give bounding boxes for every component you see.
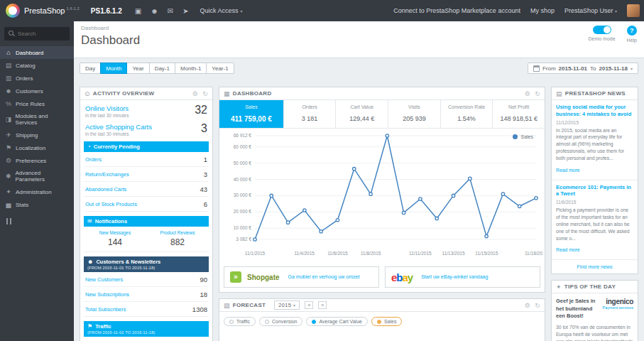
book-icon: ▤	[5, 62, 12, 69]
range-button-year[interactable]: Year	[126, 63, 149, 74]
ingenico-logo-subtext: Payment services	[603, 305, 633, 310]
kpi-cart-value[interactable]: Cart Value129,44 €	[336, 100, 388, 128]
sidebar-item-stats[interactable]: ▅Stats	[0, 198, 74, 211]
cart-icon[interactable]: ▣	[135, 7, 141, 15]
orders-icon: ▥	[5, 75, 12, 82]
sidebar-item-preferences[interactable]: ⚙Preferences	[0, 154, 74, 167]
forecast-option-average-cart-value[interactable]: Average Cart Value	[306, 317, 367, 326]
envelope-icon: ✉	[87, 218, 92, 224]
chart-legend[interactable]: Sales	[513, 134, 533, 139]
search-input[interactable]	[18, 31, 67, 37]
user-menu-label: PrestaShop User	[564, 7, 613, 14]
gear-icon[interactable]: ⚙	[192, 90, 198, 97]
sidebar-item-localization[interactable]: ⚑Localization	[0, 141, 74, 154]
tip-content: Geef je Sales in het buitenland een Boos…	[552, 293, 638, 341]
kpi-orders[interactable]: Orders3 181	[284, 100, 337, 128]
read-more-link[interactable]: Read more	[556, 168, 580, 173]
refresh-icon[interactable]: ↻	[535, 90, 540, 97]
stat-link[interactable]: Out of Stock Products	[85, 201, 137, 207]
sidebar-item-dashboard[interactable]: ⌂Dashboard	[0, 46, 74, 59]
ebay-ad[interactable]: ebay Start uw eBay-winkel vandaag	[385, 266, 540, 288]
sidebar-item-advanced-parameters[interactable]: ✱Advanced Parameters	[0, 167, 74, 185]
sidebar-item-customers[interactable]: ☻Customers	[0, 85, 74, 97]
notification-cell-product-reviews[interactable]: Product Reviews882	[146, 227, 209, 252]
sidebar-item-modules-and-services[interactable]: ◨Modules and Services	[0, 110, 74, 129]
refresh-icon[interactable]: ↻	[535, 302, 540, 309]
stat-link[interactable]: New Subscriptions	[85, 291, 129, 298]
percent-icon: %	[5, 100, 12, 107]
forecast-option-conversion[interactable]: Conversion	[259, 317, 302, 326]
stat-link[interactable]: Abandoned Carts	[85, 186, 126, 193]
stat-link[interactable]: Return/Exchanges	[85, 171, 129, 178]
read-more-link[interactable]: Read more	[556, 247, 580, 252]
stat-link[interactable]: New Customers	[85, 276, 123, 283]
date-range-buttons: DayMonthYearDay-1Month-1Year-1	[80, 63, 234, 74]
demo-mode-toggle[interactable]	[593, 26, 611, 34]
person-icon[interactable]: ☻	[151, 7, 158, 15]
sidebar-item-catalog[interactable]: ▤Catalog	[0, 59, 74, 72]
kpi-net-profit[interactable]: Net Profit148 918,51 €	[493, 100, 545, 128]
news-title-link[interactable]: Using social media for your business: 4 …	[556, 104, 633, 118]
google-analytics-link[interactable]: ▸ Link to your Google Analytics account	[80, 337, 212, 341]
find-more-news-link[interactable]: Find more news	[552, 260, 638, 274]
online-visitors-link[interactable]: Online Visitors	[85, 104, 129, 112]
help-icon[interactable]: ?	[627, 26, 637, 36]
next-year-button[interactable]: »	[318, 301, 327, 309]
modules-icon: ◨	[5, 116, 12, 123]
sidebar-item-administration[interactable]: ✦Administration	[0, 185, 74, 198]
forecast-option-label: Conversion	[272, 319, 297, 324]
forecast-option-sales[interactable]: Sales	[371, 317, 403, 326]
gear-icon[interactable]: ⚙	[525, 302, 530, 309]
year-select[interactable]: 2015▾	[274, 301, 300, 310]
quick-access-menu[interactable]: Quick Access▾	[200, 7, 243, 14]
range-button-month[interactable]: Month	[100, 63, 127, 74]
panel-title: ACTIVITY OVERVIEW	[93, 90, 155, 97]
collapse-sidebar-icon[interactable]	[6, 218, 11, 224]
kpi-sales[interactable]: Sales411 759,00 €	[219, 100, 284, 128]
section-title: Traffic	[95, 323, 111, 330]
wrench-icon: ✱	[5, 173, 12, 180]
date-toolbar: DayMonthYearDay-1Month-1Year-1 From 2015…	[80, 63, 638, 74]
gear-icon: ⚙	[5, 157, 12, 164]
my-shop-link[interactable]: My shop	[530, 7, 555, 14]
stat-link[interactable]: Orders	[85, 156, 102, 163]
user-avatar[interactable]	[627, 4, 640, 17]
range-button-month-1[interactable]: Month-1	[175, 63, 207, 74]
page-title: Dashboard	[74, 31, 644, 48]
active-carts-link[interactable]: Active Shopping Carts	[85, 123, 152, 131]
range-button-year-1[interactable]: Year-1	[206, 63, 234, 74]
date-range-picker[interactable]: From 2015-11-01 To 2015-11-18 ▾	[528, 63, 638, 74]
rocket-icon[interactable]: ➤	[182, 7, 188, 15]
marketplace-link[interactable]: Connect to PrestaShop Marketplace accoun…	[393, 7, 520, 14]
shopgate-link[interactable]: Ga mobiel en verhoog uw omzet	[288, 274, 360, 280]
notification-cell-new-messages[interactable]: New Messages144	[84, 227, 146, 252]
range-button-day[interactable]: Day	[80, 63, 101, 74]
legend-dot-icon	[377, 320, 381, 324]
ingenico-logo[interactable]: ingenico Payment services	[603, 298, 633, 310]
kpi-conversion-rate[interactable]: Conversion Rate1.54%	[441, 100, 493, 128]
chevron-down-icon: ▾	[241, 9, 243, 13]
news-title-link[interactable]: Ecommerce 101: Payments in a Tweet	[556, 184, 633, 198]
shopgate-name: Shopgate	[247, 274, 280, 281]
section-title: Customers & Newsletters	[96, 259, 160, 265]
ebay-link[interactable]: Start uw eBay-winkel vandaag	[421, 274, 488, 280]
sidebar-item-price-rules[interactable]: %Price Rules	[0, 97, 74, 110]
stat-link[interactable]: Total Subscribers	[85, 306, 126, 313]
customers-rows: New Customers90New Subscriptions18Total …	[84, 272, 209, 317]
sidebar-item-shipping[interactable]: ✈Shipping	[0, 129, 74, 141]
envelope-icon[interactable]: ✉	[168, 7, 173, 15]
sidebar-item-orders[interactable]: ▥Orders	[0, 72, 74, 85]
user-menu[interactable]: PrestaShop User ▾	[564, 7, 617, 14]
range-button-day-1[interactable]: Day-1	[149, 63, 175, 74]
gear-icon[interactable]: ⚙	[525, 90, 530, 97]
notification-cells: New Messages144Product Reviews882	[84, 227, 209, 252]
chart-legend-label: Sales	[520, 134, 533, 139]
prestashop-logo[interactable]	[6, 4, 20, 18]
kpi-visits[interactable]: Visits205 939	[388, 100, 441, 128]
shop-name-link[interactable]: PS1.6.1.2	[91, 7, 122, 15]
version-label: 1.6.1.2	[66, 6, 79, 11]
forecast-option-traffic[interactable]: Traffic	[224, 317, 256, 326]
refresh-icon[interactable]: ↻	[202, 90, 208, 97]
prev-year-button[interactable]: «	[305, 301, 313, 309]
shopgate-ad[interactable]: » Shopgate Ga mobiel en verhoog uw omzet	[224, 266, 379, 288]
